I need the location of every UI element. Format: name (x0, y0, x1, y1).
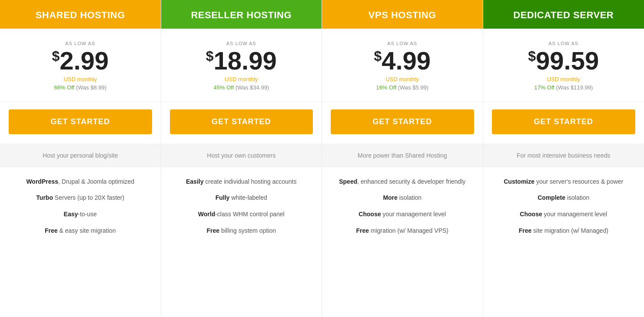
as-low-as-label: AS LOW AS (9, 41, 152, 46)
price-shared: $2.99 (9, 48, 152, 74)
feature-item: Free & easy site migration (9, 227, 152, 235)
feature-item: Customize your server's resources & powe… (492, 178, 636, 186)
plan-col-reseller: RESELLER HOSTINGAS LOW AS$18.99USD month… (161, 0, 322, 317)
price-reseller: $18.99 (170, 48, 313, 74)
plan-col-shared: SHARED HOSTINGAS LOW AS$2.99USD monthly6… (0, 0, 161, 317)
tagline-vps: More power than Shared Hosting (322, 144, 483, 167)
feature-item: More isolation (331, 194, 474, 202)
plan-col-vps: VPS HOSTINGAS LOW AS$4.99USD monthly16% … (322, 0, 483, 317)
plan-header-reseller: RESELLER HOSTING (161, 0, 322, 29)
plan-header-vps: VPS HOSTING (322, 0, 483, 29)
feature-item: Easily create individual hosting account… (170, 178, 313, 186)
price-section-shared: AS LOW AS$2.99USD monthly66% Off (Was $8… (0, 29, 161, 102)
dollar-sign: $ (206, 48, 214, 64)
was-price: (Was $5.99) (398, 84, 428, 91)
feature-item: Choose your management level (492, 210, 636, 219)
as-low-as-label: AS LOW AS (170, 41, 313, 46)
price-vps: $4.99 (331, 48, 474, 74)
feature-item: Free migration (w/ Managed VPS) (331, 227, 474, 235)
usd-monthly-vps: USD monthly (331, 76, 474, 83)
discount-reseller: 45% Off (Was $34.99) (170, 84, 313, 91)
feature-item: Choose your management level (331, 210, 474, 219)
features-dedicated: Customize your server's resources & powe… (483, 167, 644, 251)
get-started-reseller[interactable]: GET STARTED (170, 109, 313, 134)
was-price: (Was $8.99) (76, 84, 106, 91)
pricing-grid: SHARED HOSTINGAS LOW AS$2.99USD monthly6… (0, 0, 644, 317)
get-started-dedicated[interactable]: GET STARTED (492, 109, 636, 134)
get-started-vps[interactable]: GET STARTED (331, 109, 474, 134)
features-vps: Speed, enhanced security & developer fri… (322, 167, 483, 251)
usd-monthly-dedicated: USD monthly (492, 76, 636, 83)
price-section-dedicated: AS LOW AS$99.59USD monthly17% Off (Was $… (483, 29, 644, 102)
feature-item: Fully white-labeled (170, 194, 313, 202)
as-low-as-label: AS LOW AS (492, 41, 636, 46)
plan-header-dedicated: DEDICATED SERVER (483, 0, 644, 29)
discount-vps: 16% Off (Was $5.99) (331, 84, 474, 91)
as-low-as-label: AS LOW AS (331, 41, 474, 46)
get-started-shared[interactable]: GET STARTED (9, 109, 152, 134)
price-dedicated: $99.59 (492, 48, 636, 74)
tagline-shared: Host your personal blog/site (0, 144, 161, 167)
discount-shared: 66% Off (Was $8.99) (9, 84, 152, 91)
plan-header-shared: SHARED HOSTING (0, 0, 161, 29)
features-shared: WordPress, Drupal & Joomla optimizedTurb… (0, 167, 161, 251)
was-price: (Was $34.99) (236, 84, 269, 91)
was-price: (Was $119.99) (556, 84, 593, 91)
features-reseller: Easily create individual hosting account… (161, 167, 322, 251)
price-section-reseller: AS LOW AS$18.99USD monthly45% Off (Was $… (161, 29, 322, 102)
dollar-sign: $ (374, 48, 382, 64)
dollar-sign: $ (52, 48, 60, 64)
feature-item: Complete isolation (492, 194, 636, 202)
feature-item: WordPress, Drupal & Joomla optimized (9, 178, 152, 186)
feature-item: Turbo Servers (up to 20X faster) (9, 194, 152, 202)
price-section-vps: AS LOW AS$4.99USD monthly16% Off (Was $5… (322, 29, 483, 102)
usd-monthly-shared: USD monthly (9, 76, 152, 83)
feature-item: World-class WHM control panel (170, 210, 313, 219)
feature-item: Free billing system option (170, 227, 313, 235)
discount-dedicated: 17% Off (Was $119.99) (492, 84, 636, 91)
feature-item: Speed, enhanced security & developer fri… (331, 178, 474, 186)
plan-col-dedicated: DEDICATED SERVERAS LOW AS$99.59USD month… (483, 0, 644, 317)
feature-item: Easy-to-use (9, 210, 152, 219)
dollar-sign: $ (528, 48, 536, 64)
feature-item: Free site migration (w/ Managed) (492, 227, 636, 235)
tagline-reseller: Host your own customers (161, 144, 322, 167)
tagline-dedicated: For most intensive business needs (483, 144, 644, 167)
usd-monthly-reseller: USD monthly (170, 76, 313, 83)
